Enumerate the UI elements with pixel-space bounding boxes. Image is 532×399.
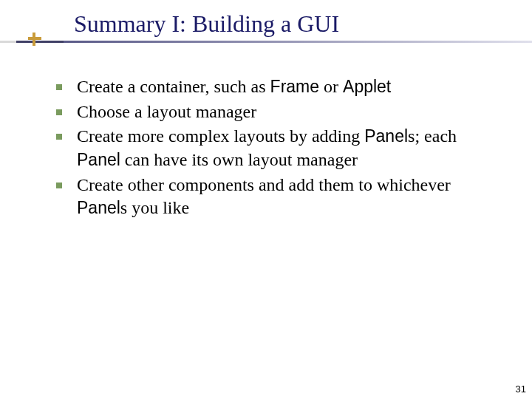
slide-title: Summary I: Building a GUI bbox=[74, 10, 532, 38]
bullet-list: Create a container, such as Frame or App… bbox=[56, 75, 502, 220]
list-item: Create other components and add them to … bbox=[56, 174, 502, 220]
text-run: Create a container, such as bbox=[77, 77, 270, 96]
text-run: s; each bbox=[408, 126, 457, 146]
text-run: can have its own layout manager bbox=[120, 150, 358, 169]
list-item: Create a container, such as Frame or App… bbox=[56, 75, 502, 99]
slide-body: Create a container, such as Frame or App… bbox=[0, 43, 532, 220]
list-item: Choose a layout manager bbox=[56, 100, 502, 124]
code-token: Panel bbox=[364, 126, 408, 146]
text-run: s you like bbox=[120, 198, 189, 217]
text-run: Choose a layout manager bbox=[77, 102, 256, 121]
list-item: Create more complex layouts by adding Pa… bbox=[56, 125, 502, 171]
text-run: Create other components and add them to … bbox=[77, 175, 451, 194]
page-number: 31 bbox=[516, 383, 526, 395]
code-token: Frame bbox=[270, 77, 319, 96]
text-run: Create more complex layouts by adding bbox=[77, 126, 364, 146]
text-run: or bbox=[319, 77, 343, 96]
code-token: Panel bbox=[77, 198, 120, 217]
slide-accent-icon bbox=[28, 33, 41, 46]
code-token: Panel bbox=[77, 150, 120, 169]
title-container: Summary I: Building a GUI bbox=[0, 0, 532, 38]
code-token: Applet bbox=[343, 77, 391, 96]
